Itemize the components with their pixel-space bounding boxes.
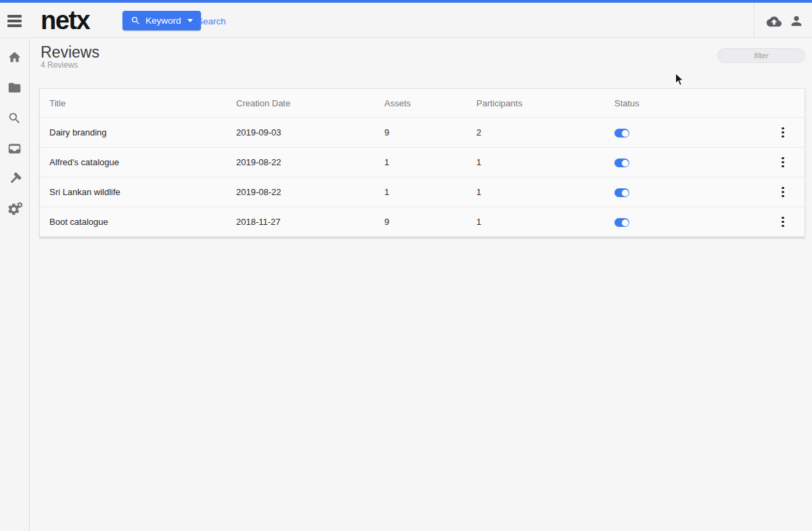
status-toggle[interactable] [614, 129, 629, 137]
status-toggle[interactable] [614, 158, 629, 167]
review-creation-date: 2018-11-27 [236, 217, 384, 227]
chevron-down-icon [187, 19, 193, 22]
review-title: Alfred's catalogue [40, 157, 236, 167]
left-sidebar [0, 39, 30, 531]
review-participants: 1 [476, 187, 614, 197]
sidebar-item-tools[interactable] [0, 170, 30, 188]
page-title: Reviews [41, 43, 99, 62]
kebab-menu-icon[interactable] [777, 156, 789, 169]
sidebar-item-inbox[interactable] [0, 140, 30, 157]
column-header-assets: Assets [384, 98, 476, 108]
reviews-table: Title Creation Date Assets Participants … [39, 88, 805, 237]
search-icon [131, 16, 141, 26]
column-header-status: Status [614, 98, 761, 108]
hammer-icon [7, 172, 22, 186]
review-participants: 1 [476, 217, 614, 227]
table-row[interactable]: Boot catalogue 2018-11-27 9 1 [40, 207, 805, 236]
review-participants: 2 [476, 127, 614, 137]
main-content: Reviews 4 Reviews Title Creation Date As… [30, 39, 812, 531]
user-account-button[interactable] [789, 14, 805, 30]
kebab-menu-icon[interactable] [777, 127, 789, 139]
keyword-dropdown-button[interactable]: Keyword [122, 11, 201, 30]
home-icon [7, 50, 22, 64]
table-row[interactable]: Dairy branding 2019-09-03 9 2 [40, 117, 805, 147]
page-subtitle: 4 Reviews [41, 60, 78, 70]
kebab-menu-icon[interactable] [777, 216, 789, 228]
sidebar-item-home[interactable] [0, 48, 30, 66]
review-creation-date: 2019-08-22 [236, 187, 384, 197]
netx-logo[interactable]: netx [41, 3, 89, 37]
column-header-creation-date: Creation Date [236, 98, 384, 108]
review-title: Boot catalogue [40, 217, 236, 227]
gears-icon [7, 202, 23, 217]
review-assets: 1 [384, 157, 476, 167]
review-creation-date: 2019-09-03 [236, 127, 384, 137]
status-toggle[interactable] [614, 188, 629, 197]
review-participants: 1 [476, 157, 614, 167]
review-assets: 9 [384, 127, 476, 137]
review-title: Dairy branding [40, 127, 236, 137]
review-title: Sri Lankan wildlife [40, 187, 236, 197]
filter-input[interactable] [717, 48, 805, 63]
review-assets: 9 [384, 217, 476, 227]
hamburger-menu-icon[interactable] [7, 13, 24, 29]
sidebar-item-settings[interactable] [0, 200, 30, 218]
cloud-upload-button[interactable] [766, 14, 782, 30]
table-row[interactable]: Alfred's catalogue 2019-08-22 1 1 [40, 147, 805, 177]
search-icon [7, 111, 22, 125]
column-header-participants: Participants [476, 98, 614, 108]
table-row[interactable]: Sri Lankan wildlife 2019-08-22 1 1 [40, 177, 805, 207]
folder-icon [7, 81, 22, 95]
header-divider [754, 3, 754, 38]
status-toggle[interactable] [614, 218, 629, 227]
cloud-upload-icon [766, 14, 782, 30]
kebab-menu-icon[interactable] [777, 186, 789, 198]
top-header: netx Keyword [0, 3, 812, 38]
column-header-title: Title [40, 98, 236, 108]
table-header-row: Title Creation Date Assets Participants … [40, 89, 805, 117]
inbox-icon [7, 142, 22, 156]
sidebar-item-folders[interactable] [0, 79, 30, 96]
keyword-button-label: Keyword [145, 16, 181, 26]
user-icon [789, 14, 804, 28]
review-assets: 1 [384, 187, 476, 197]
review-creation-date: 2019-08-22 [236, 157, 384, 167]
sidebar-item-search[interactable] [0, 109, 30, 127]
global-search-input[interactable] [197, 12, 400, 30]
